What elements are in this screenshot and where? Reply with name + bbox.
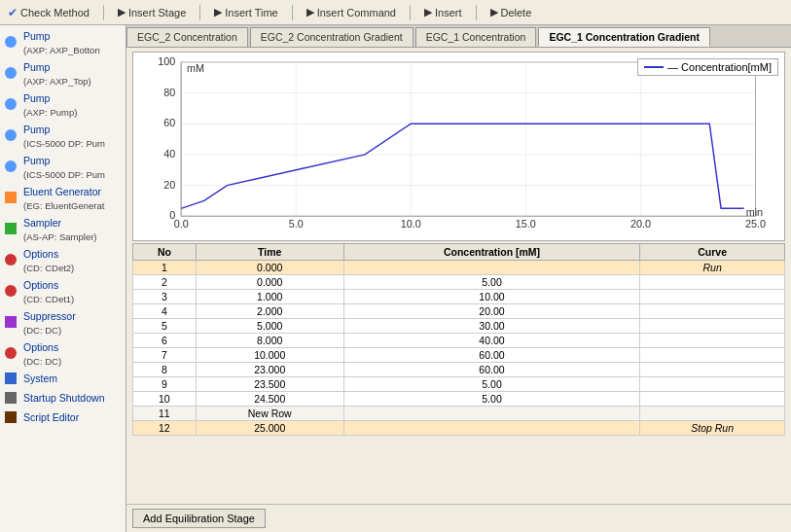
table-row[interactable]: 20.0005.00 [133,275,785,290]
startup-icon [4,391,19,407]
sidebar-item-system[interactable]: System [0,370,126,389]
cell-conc[interactable]: 5.00 [343,377,640,392]
cell-time[interactable]: 2.000 [196,304,343,319]
svg-text:20.0: 20.0 [630,218,651,230]
table-row[interactable]: 42.00020.00 [133,304,785,319]
tab-egc2-conc[interactable]: EGC_2 Concentration [126,27,248,47]
sidebar-item-pump3[interactable]: Pump(AXP: Pump) [0,89,126,121]
sep5 [476,5,477,20]
insert-stage-btn[interactable]: ▶ Insert Stage [114,4,190,20]
insert-icon: ▶ [424,6,432,18]
sidebar-item-pump5[interactable]: Pump(ICS-5000 DP: Pum [0,152,126,183]
svg-rect-11 [5,372,17,384]
cell-conc[interactable]: 10.00 [343,290,640,304]
table-row[interactable]: 11New Row [133,407,785,421]
check-method-btn[interactable]: ✔ Check Method [4,4,93,21]
tab-egc1-grad[interactable]: EGC_1 Concentration Gradient [538,27,710,47]
cell-conc[interactable] [343,261,640,275]
cell-time[interactable]: New Row [196,407,343,421]
chart-area: 0 20 40 60 80 100 0.0 5.0 10.0 15.0 20.0… [132,52,785,241]
cell-conc[interactable] [343,407,640,421]
startup-label: Startup Shutdown [23,391,104,406]
table-row[interactable]: 31.00010.00 [133,290,785,304]
cell-conc[interactable]: 60.00 [343,348,640,363]
sidebar-item-sampler[interactable]: Sampler(AS-AP: Sampler) [0,214,126,245]
check-icon: ✔ [8,6,18,19]
main-container: Pump(AXP: AXP_Botton Pump(AXP: AXP_Top) … [0,25,791,532]
svg-text:100: 100 [158,55,175,67]
table-row[interactable]: 923.5005.00 [133,377,785,392]
options3-label: Options(DC: DC) [23,340,61,368]
svg-point-2 [5,98,17,110]
insert-btn[interactable]: ▶ Insert [420,4,466,20]
cell-curve [640,392,785,407]
table-row[interactable]: 55.00030.00 [133,319,785,334]
sidebar-item-startup[interactable]: Startup Shutdown [0,389,126,408]
sidebar-item-pump4[interactable]: Pump(ICS-5000 DP: Pum [0,121,126,152]
pump1-icon [4,35,19,51]
chart-svg: 0 20 40 60 80 100 0.0 5.0 10.0 15.0 20.0… [133,53,784,240]
svg-text:10.0: 10.0 [401,218,421,230]
tab-egc1-conc[interactable]: EGC_1 Concentration [415,27,537,47]
tab-egc2-grad[interactable]: EGC_2 Concentration Gradient [250,27,413,47]
sidebar-item-options1[interactable]: Options(CD: CDet2) [0,245,126,276]
pump1-label: Pump(AXP: AXP_Botton [23,29,100,56]
table-row[interactable]: 1024.5005.00 [133,392,785,407]
table-row[interactable]: 1225.000Stop Run [133,421,785,436]
table-row[interactable]: 10.000Run [133,261,785,275]
cell-curve [640,319,785,334]
sidebar-item-suppressor[interactable]: Suppressor(DC: DC) [0,307,126,338]
sampler-label: Sampler(AS-AP: Sampler) [23,216,97,243]
sidebar-item-options3[interactable]: Options(DC: DC) [0,338,126,370]
cell-time[interactable]: 5.000 [196,319,343,334]
delete-btn[interactable]: ▶ Delete [486,4,536,20]
col-time: Time [196,244,343,261]
cell-time[interactable]: 8.000 [196,334,343,348]
cell-time[interactable]: 24.500 [196,392,343,407]
cell-conc[interactable]: 20.00 [343,304,640,319]
cell-conc[interactable]: 5.00 [343,275,640,290]
insert-command-btn[interactable]: ▶ Insert Command [303,4,400,20]
cell-conc[interactable]: 60.00 [343,363,640,377]
insert-time-btn[interactable]: ▶ Insert Time [210,4,281,20]
svg-point-10 [5,347,17,359]
cell-conc[interactable] [343,421,640,436]
data-table: No Time Concentration [mM] Curve 10.000R… [132,243,785,436]
cell-conc[interactable]: 40.00 [343,334,640,348]
cell-time[interactable]: 23.500 [196,377,343,392]
cell-no: 3 [133,290,197,304]
legend-label: — Concentration[mM] [667,61,772,73]
cell-time[interactable]: 0.000 [196,261,343,275]
svg-text:5.0: 5.0 [289,218,304,230]
sidebar-item-pump2[interactable]: Pump(AXP: AXP_Top) [0,58,126,89]
cell-no: 8 [133,363,197,377]
cell-no: 1 [133,261,197,275]
script-icon [4,410,19,426]
cell-no: 10 [133,392,197,407]
cell-conc[interactable]: 5.00 [343,392,640,407]
sidebar-item-pump1[interactable]: Pump(AXP: AXP_Botton [0,27,126,58]
cell-time[interactable]: 0.000 [196,275,343,290]
svg-text:20: 20 [163,179,175,191]
sidebar-item-script[interactable]: Script Editor [0,408,126,428]
svg-point-4 [5,160,17,172]
options3-icon [4,346,19,362]
table-row[interactable]: 710.00060.00 [133,348,785,363]
table-row[interactable]: 68.00040.00 [133,334,785,348]
cell-no: 11 [133,407,197,421]
cell-time[interactable]: 25.000 [196,421,343,436]
cell-time[interactable]: 10.000 [196,348,343,363]
options2-icon [4,284,19,300]
cell-conc[interactable]: 30.00 [343,319,640,334]
cell-curve [640,377,785,392]
table-row[interactable]: 823.00060.00 [133,363,785,377]
eluent-label: Eluent Generator(EG: EluentGenerat [23,185,104,212]
cell-time[interactable]: 23.000 [196,363,343,377]
cell-curve: Run [640,261,785,275]
svg-rect-13 [5,411,17,423]
sidebar-item-eluent[interactable]: Eluent Generator(EG: EluentGenerat [0,183,126,214]
add-equilibration-btn[interactable]: Add Equilibration Stage [132,509,266,528]
sidebar-item-options2[interactable]: Options(CD: CDet1) [0,276,126,307]
cell-time[interactable]: 1.000 [196,290,343,304]
cell-no: 6 [133,334,197,348]
